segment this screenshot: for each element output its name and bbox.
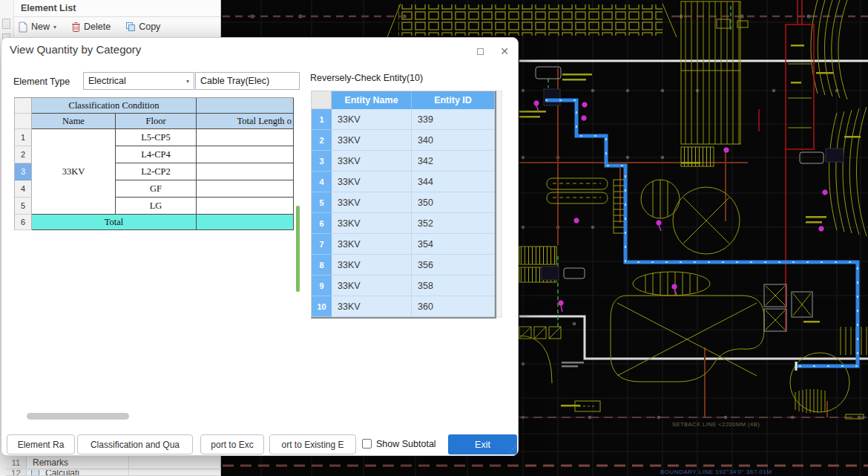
entity-id-cell[interactable]: 360 — [412, 296, 495, 317]
entity-name-cell[interactable]: 33KV — [332, 255, 412, 276]
chevron-down-icon[interactable]: ▾ — [53, 24, 56, 30]
floor-cell[interactable]: L5-CP5 — [116, 129, 197, 146]
row-number-cell[interactable]: 4 — [15, 180, 32, 198]
entity-id-cell[interactable]: 358 — [412, 276, 495, 296]
floor-column-header: Floor — [116, 114, 197, 129]
export-to-existing-excel-button[interactable]: ort to Existing E — [269, 434, 356, 454]
entity-id-cell[interactable]: 344 — [412, 172, 495, 192]
app-window: SETBACK LINE <2200MM (4B) BOUNDARY LINE … — [0, 0, 868, 476]
divider — [128, 457, 129, 469]
entity-rownum-cell[interactable]: 3 — [312, 151, 332, 172]
entity-panel-title: Reversely-Check Entity(10) — [310, 73, 423, 83]
property-row-remarks[interactable]: 11 Remarks — [6, 457, 220, 469]
setback-line-label: SETBACK LINE <2200MM (4B) — [672, 421, 760, 428]
parking-grid — [398, 4, 662, 36]
row-number: 12 — [6, 470, 27, 475]
entity-id-cell[interactable]: 342 — [412, 151, 495, 172]
qty-cell[interactable] — [197, 146, 294, 163]
entity-table: Entity Name Entity ID 1 33KV 339 2 33KV … — [311, 91, 496, 319]
element-subtype-select[interactable]: Cable Tray(Elec) — [195, 72, 300, 90]
entity-id-cell[interactable]: 354 — [412, 234, 495, 255]
entity-table-scrollbar-track[interactable] — [496, 91, 502, 318]
checkbox-icon[interactable] — [31, 470, 39, 476]
name-cell-merged[interactable]: 33KV — [32, 129, 116, 215]
entity-id-column-header[interactable]: Entity ID — [412, 91, 495, 109]
entity-name-cell[interactable]: 33KV — [332, 213, 412, 234]
entity-rownum-cell[interactable]: 6 — [312, 213, 332, 234]
chevron-down-icon: ▾ — [186, 78, 189, 85]
row-label: Calculati — [39, 470, 79, 476]
entity-name-cell[interactable]: 33KV — [332, 172, 412, 192]
exit-button[interactable]: Exit — [448, 434, 517, 454]
entity-id-cell[interactable]: 352 — [412, 213, 495, 234]
row-number-cell[interactable]: 6 — [15, 215, 32, 230]
total-cell[interactable]: Total — [32, 215, 197, 230]
view-quantity-dialog: View Quantity by Category ✕ Element Type… — [1, 37, 519, 456]
close-icon: ✕ — [500, 46, 509, 56]
floor-cell[interactable]: L2-CP2 — [116, 163, 197, 180]
element-range-button[interactable]: Element Ra — [7, 434, 75, 454]
entity-rownum-cell[interactable]: 2 — [312, 130, 332, 151]
entity-id-cell[interactable]: 356 — [412, 255, 495, 276]
element-list-toolbar: New ▾ Delete Copy — [18, 19, 160, 35]
entity-id-cell[interactable]: 350 — [412, 192, 495, 213]
entity-name-cell[interactable]: 33KV — [332, 192, 412, 213]
property-row-calculation[interactable]: 12 Calculati — [6, 470, 220, 476]
corner-cell — [15, 114, 32, 129]
entity-rownum-cell[interactable]: 5 — [312, 192, 332, 213]
entity-name-column-header[interactable]: Entity Name — [332, 91, 412, 109]
new-document-icon — [18, 22, 28, 33]
gutter-tab[interactable] — [2, 19, 10, 29]
row-number-cell[interactable]: 2 — [15, 146, 32, 163]
entity-name-cell[interactable]: 33KV — [332, 151, 412, 172]
entity-id-cell[interactable]: 340 — [412, 130, 495, 151]
corner-cell — [312, 91, 332, 109]
maximize-icon — [477, 48, 484, 55]
entity-rownum-cell[interactable]: 1 — [312, 109, 332, 130]
entity-rownum-cell[interactable]: 9 — [312, 276, 332, 296]
floor-cell[interactable]: L4-CP4 — [116, 146, 197, 163]
entity-rownum-cell[interactable]: 7 — [312, 234, 332, 255]
trash-icon — [71, 22, 81, 33]
classification-table: Classification Condition Name Floor Tota… — [14, 97, 294, 230]
resize-grip-icon[interactable]: ⋰ — [509, 445, 516, 453]
row-number-cell-selected[interactable]: 3 — [15, 163, 32, 180]
entity-id-cell[interactable]: 339 — [412, 109, 495, 130]
qty-cell[interactable] — [197, 180, 294, 198]
new-button[interactable]: New ▾ — [18, 22, 56, 33]
row-number-cell[interactable]: 1 — [15, 129, 32, 146]
entity-name-cell[interactable]: 33KV — [332, 234, 412, 255]
entity-rownum-cell[interactable]: 4 — [312, 172, 332, 192]
total-qty-cell[interactable] — [197, 215, 294, 230]
qty-group-header-cell — [197, 98, 294, 114]
qty-cell[interactable] — [197, 163, 294, 180]
entity-name-cell[interactable]: 33KV — [332, 276, 412, 296]
copy-button[interactable]: Copy — [125, 22, 160, 32]
export-to-excel-button[interactable]: port to Exc — [200, 434, 264, 454]
new-button-label: New — [31, 22, 50, 32]
entity-name-cell[interactable]: 33KV — [332, 109, 412, 130]
delete-button-label: Delete — [84, 22, 111, 32]
floor-cell[interactable]: LG — [116, 198, 197, 215]
element-type-select[interactable]: Electrical ▾ — [83, 72, 194, 90]
delete-button[interactable]: Delete — [71, 22, 111, 33]
horizontal-scrollbar-thumb[interactable] — [27, 413, 129, 420]
classification-quantity-button[interactable]: Classification and Qua — [77, 434, 193, 454]
row-number: 11 — [6, 457, 27, 469]
show-subtotal-checkbox[interactable] — [362, 439, 372, 449]
qty-cell[interactable] — [197, 129, 294, 146]
floor-cell[interactable]: GF — [116, 180, 197, 198]
boundary-line-label: BOUNDARY LINE 192°34'0" 367.01M — [660, 469, 772, 475]
group-header-cell: Classification Condition — [32, 98, 197, 114]
qty-column-header: Total Length o — [197, 114, 294, 129]
row-label: Remarks — [27, 457, 68, 468]
entity-rownum-cell[interactable]: 8 — [312, 255, 332, 276]
qty-cell[interactable] — [197, 198, 294, 215]
divider — [128, 470, 129, 475]
entity-rownum-cell[interactable]: 10 — [312, 296, 332, 317]
maximize-button[interactable] — [473, 45, 487, 58]
row-number-cell[interactable]: 5 — [15, 198, 32, 215]
close-button[interactable]: ✕ — [498, 45, 511, 58]
entity-name-cell[interactable]: 33KV — [332, 296, 412, 317]
entity-name-cell[interactable]: 33KV — [332, 130, 412, 151]
